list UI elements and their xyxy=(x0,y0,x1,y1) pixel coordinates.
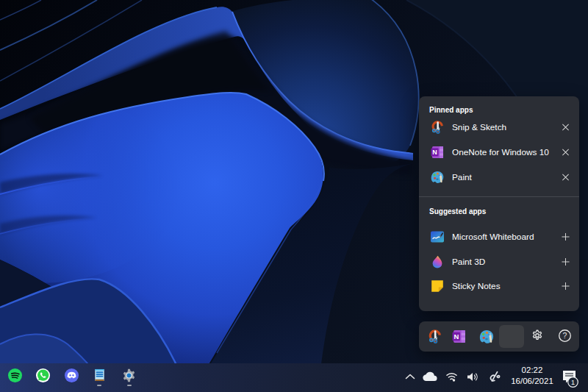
svg-text:1: 1 xyxy=(571,379,575,386)
svg-text:N: N xyxy=(432,149,437,156)
svg-text:N: N xyxy=(453,332,459,341)
svg-text:?: ? xyxy=(563,332,567,340)
